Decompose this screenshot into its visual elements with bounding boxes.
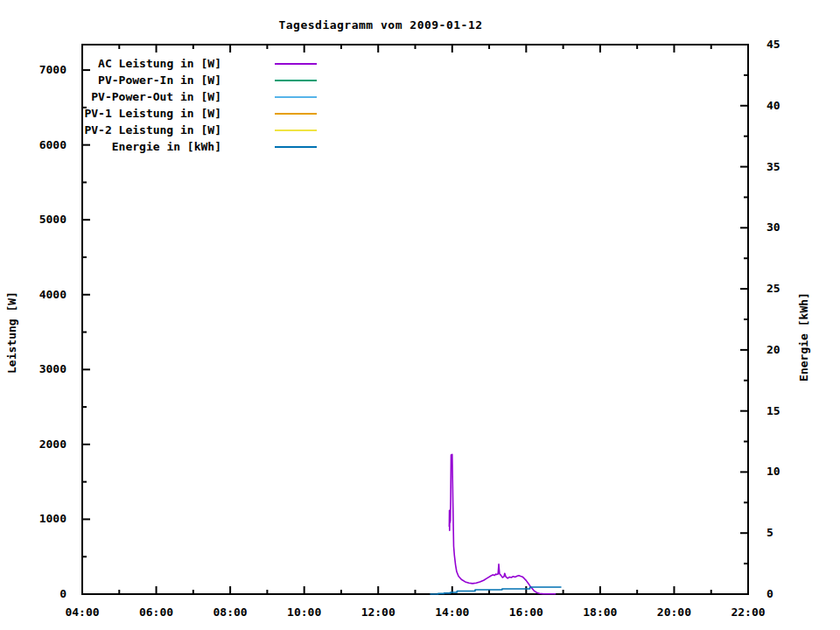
series-line-ac-leistung-in-w — [449, 454, 556, 593]
y-right-tick-label: 15 — [766, 404, 807, 418]
x-tick-label: 10:00 — [278, 606, 331, 620]
y-right-tick-label: 45 — [766, 38, 807, 52]
y-right-tick-label: 25 — [766, 282, 807, 296]
legend-item-pv-1-leistung-in-w: PV-1 Leistung in [W] — [51, 107, 221, 121]
legend-item-pv-power-in-in-w: PV-Power-In in [W] — [51, 74, 221, 88]
y-left-tick-label: 5000 — [0, 213, 66, 227]
y-right-tick-label: 10 — [766, 465, 807, 479]
y-left-tick-label: 1000 — [0, 512, 66, 526]
x-tick-label: 16:00 — [500, 606, 552, 620]
y-right-tick-label: 5 — [766, 526, 807, 540]
x-tick-label: 18:00 — [574, 606, 626, 620]
legend-item-pv-power-out-in-w: PV-Power-Out in [W] — [51, 90, 221, 104]
y-left-tick-label: 0 — [0, 587, 66, 601]
x-tick-label: 04:00 — [56, 606, 108, 620]
chart-canvas: Tagesdiagramm vom 2009-01-12 Leistung [W… — [0, 0, 840, 630]
legend-item-ac-leistung-in-w: AC Leistung in [W] — [51, 57, 221, 71]
y-right-tick-label: 20 — [766, 343, 807, 357]
y-left-tick-label: 2000 — [0, 438, 66, 452]
y-left-tick-label: 3000 — [0, 362, 66, 376]
x-tick-label: 06:00 — [130, 606, 183, 620]
y-right-tick-label: 35 — [766, 160, 807, 174]
x-tick-label: 22:00 — [722, 606, 774, 620]
x-tick-label: 12:00 — [352, 606, 404, 620]
x-tick-label: 14:00 — [426, 606, 479, 620]
x-tick-label: 20:00 — [648, 606, 700, 620]
y-right-tick-label: 40 — [766, 99, 807, 113]
y-right-tick-label: 0 — [766, 587, 807, 601]
x-tick-label: 08:00 — [204, 606, 256, 620]
y-right-tick-label: 30 — [766, 220, 807, 234]
y-left-tick-label: 4000 — [0, 288, 66, 302]
legend-item-pv-2-leistung-in-w: PV-2 Leistung in [W] — [51, 123, 221, 137]
legend-item-energie-in-kwh: Energie in [kWh] — [51, 140, 221, 154]
